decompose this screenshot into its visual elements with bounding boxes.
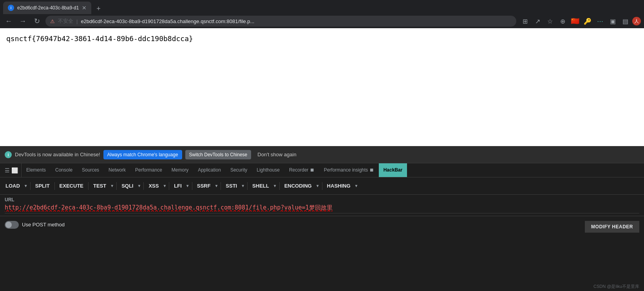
shell-dropdown-icon[interactable]: ▼ [273,184,277,188]
xss-dropdown-icon[interactable]: ▼ [163,184,166,188]
post-method-toggle-group: Use POST method [5,221,65,229]
ctf-flag-text: qsnctf{76947b42-3861-4d14-89b6-ddc190b8d… [6,34,193,43]
load-button[interactable]: LOAD [3,181,22,190]
modify-header-button[interactable]: MODIFY HEADER [585,221,639,233]
tab-security[interactable]: Security [226,163,252,177]
lfi-button[interactable]: LFI [172,181,184,190]
tab-sources[interactable]: Sources [77,163,104,177]
tab-application[interactable]: Application [193,163,226,177]
tab-performance-insights[interactable]: Performance insights ⏹ [319,163,379,177]
test-dropdown-icon[interactable]: ▼ [110,184,114,188]
toolbar-separator-8 [221,182,221,190]
devtools-language-banner: i DevTools is now available in Chinese! … [0,146,644,163]
ssrf-dropdown-icon[interactable]: ▼ [214,184,218,188]
dots-icon[interactable]: ⋯ [595,16,606,27]
new-tab-button[interactable]: + [93,3,104,14]
toolbar-separator-1 [30,182,31,190]
url-bar[interactable]: ⚠ 不安全 | e2bd6cdf-2eca-403c-8ba9-d1901728… [45,16,516,27]
tab-hackbar[interactable]: HackBar [379,163,407,177]
url-label: URL [5,197,639,202]
toggle-knob [5,222,12,228]
post-method-toggle[interactable] [5,221,19,229]
tab-lighthouse[interactable]: Lighthouse [252,163,284,177]
address-bar-icons: ⊞ ↗ ☆ ⊕ 🇨🇳 🔑 ⋯ ▣ ▤ 人 [519,16,641,27]
encoding-dropdown-icon[interactable]: ▼ [316,184,320,188]
xss-button[interactable]: XSS [146,181,161,190]
profile-icon[interactable]: ⊕ [557,16,568,27]
extension2-icon[interactable]: ▤ [620,16,631,27]
test-button[interactable]: TEST [91,181,109,190]
reload-button[interactable]: ↻ [31,16,42,27]
url-pipe-separator: | [76,18,78,24]
ssti-dropdown-icon[interactable]: ▼ [241,184,245,188]
tab-bar: i e2bd6cdf-2eca-403c-8ba9-d1 ✕ + [0,0,644,14]
tab-favicon: i [8,5,14,11]
devtools-inspect-icon[interactable]: ⬜ [11,167,18,174]
split-button[interactable]: SPLIT [33,181,52,190]
ssti-button[interactable]: SSTI [223,181,239,190]
tab-close-icon[interactable]: ✕ [82,5,87,11]
encoding-button[interactable]: ENCODING [282,181,314,190]
sqli-button[interactable]: SQLI [119,181,136,190]
info-icon: i [5,151,12,158]
switch-to-chinese-button[interactable]: Switch DevTools to Chinese [185,150,251,159]
post-method-label: Use POST method [22,222,65,228]
hashing-dropdown-icon[interactable]: ▼ [355,184,358,188]
toolbar-separator-7 [192,182,192,190]
url-display[interactable]: e2bd6cdf-2eca-403c-8ba9-d1901728da5a.cha… [81,18,512,24]
dont-show-again-button[interactable]: Don't show again [254,150,299,159]
security-warning-icon: ⚠ [50,18,55,24]
tab-memory[interactable]: Memory [167,163,193,177]
toolbar-separator-2 [54,182,55,190]
translate-icon[interactable]: ⊞ [519,16,530,27]
not-secure-label: 不安全 [58,18,73,25]
hashing-button[interactable]: HASHING [325,181,353,190]
execute-button[interactable]: EXECUTE [57,181,86,190]
toolbar-separator-3 [88,182,89,190]
devtools-cursor-icon[interactable]: ☰ [5,167,10,174]
toolbar-separator-6 [169,182,169,190]
back-button[interactable]: ← [3,16,14,27]
toolbar-separator-10 [279,182,280,190]
bookmark-icon[interactable]: ☆ [545,16,555,27]
csdn-watermark: CSDN @是liku不是里库 [593,284,639,289]
devtools-icon-buttons: ☰ ⬜ [2,163,22,177]
toolbar-separator-9 [247,182,248,190]
tab-network[interactable]: Network [104,163,130,177]
extension-icon[interactable]: ▣ [607,16,618,27]
toolbar-separator-11 [322,182,322,190]
china-flag-icon: 🇨🇳 [570,16,581,27]
toolbar-separator-4 [116,182,117,190]
hackbar-url-input[interactable] [5,204,639,213]
shell-button[interactable]: SHELL [250,181,271,190]
tab-title: e2bd6cdf-2eca-403c-8ba9-d1 [17,5,79,11]
share-icon[interactable]: ↗ [532,16,543,27]
address-bar: ← → ↻ ⚠ 不安全 | e2bd6cdf-2eca-403c-8ba9-d1… [0,14,644,28]
load-dropdown-icon[interactable]: ▼ [24,184,28,188]
forward-button[interactable]: → [17,16,28,27]
key-icon[interactable]: 🔑 [582,16,593,27]
hackbar-url-section: URL [0,195,644,216]
ssrf-button[interactable]: SSRF [195,181,213,190]
devtools-panel: i DevTools is now available in Chinese! … [0,146,644,291]
always-match-language-button[interactable]: Always match Chrome's language [103,150,182,159]
user-avatar[interactable]: 人 [632,17,641,25]
banner-message: DevTools is now available in Chinese! [15,152,100,157]
tab-performance[interactable]: Performance [130,163,167,177]
hackbar-bottom-bar: Use POST method MODIFY HEADER [0,216,644,291]
tab-recorder[interactable]: Recorder ⏹ [284,163,319,177]
devtools-tab-bar: ☰ ⬜ Elements Console Sources Network Per… [0,163,644,177]
tab-elements[interactable]: Elements [22,163,51,177]
hackbar-toolbar: LOAD ▼ SPLIT EXECUTE TEST ▼ SQLI ▼ XSS ▼… [0,177,644,195]
browser-chrome: i e2bd6cdf-2eca-403c-8ba9-d1 ✕ + ← → ↻ ⚠… [0,0,644,28]
lfi-dropdown-icon[interactable]: ▼ [186,184,190,188]
sqli-dropdown-icon[interactable]: ▼ [137,184,141,188]
page-content: qsnctf{76947b42-3861-4d14-89b6-ddc190b8d… [0,28,644,146]
toolbar-separator-5 [143,182,144,190]
browser-tab-active[interactable]: i e2bd6cdf-2eca-403c-8ba9-d1 ✕ [3,2,91,14]
tab-console[interactable]: Console [51,163,77,177]
